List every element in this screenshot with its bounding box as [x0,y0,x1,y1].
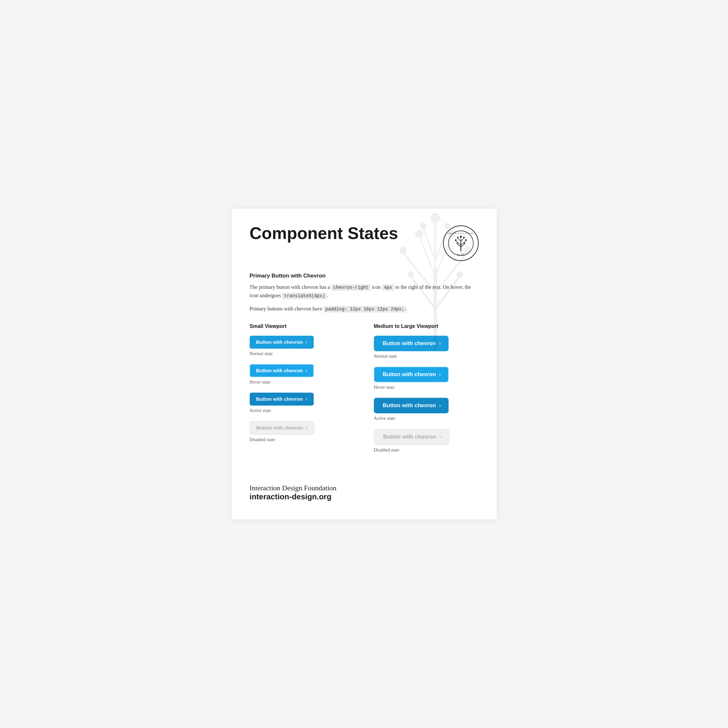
code-4px: 4px [382,284,394,291]
large-normal-button[interactable]: Button with chevron › [374,336,449,351]
small-normal-button[interactable]: Button with chevron › [250,336,314,349]
footer: Interaction Design Foundation interactio… [250,477,479,501]
chevron-right-icon: › [306,396,307,402]
large-hover-button[interactable]: Button with chevron › [374,367,449,382]
large-normal-label: Button with chevron [383,340,436,347]
svg-point-8 [430,213,440,223]
large-viewport-title: Medium to Large Viewport [374,323,479,329]
small-normal-state-label: Normal state [250,351,355,356]
small-normal-group: Button with chevron › Normal state [250,336,355,356]
large-normal-state-label: Normal state [374,354,479,359]
svg-line-27 [461,238,464,242]
chevron-right-icon: › [439,403,441,408]
desc1-before: The primary button with chevron has a [250,284,332,290]
header: Component States [250,224,479,261]
small-hover-button[interactable]: Button with chevron › [250,364,314,377]
small-hover-state-label: Hover state [250,380,355,385]
large-viewport-col: Medium to Large Viewport Button with che… [374,323,479,460]
chevron-right-icon: › [439,341,441,346]
svg-text:INTERACTION DESIGN FOUNDATION: INTERACTION DESIGN FOUNDATION [448,232,474,234]
page-title: Component States [250,224,398,243]
main-card: Component States [232,209,497,519]
chevron-right-icon: › [306,425,307,431]
small-disabled-group: Button with chevron › Disabled state [250,421,355,442]
small-disabled-label: Button with chevron [257,425,303,430]
description-2: Primary buttons with chevron have paddin… [250,305,479,313]
large-disabled-button: Button with chevron › [374,429,450,445]
svg-point-34 [464,243,465,244]
logo-svg: Est. 2002 INTERACTION DESIGN FOUNDATION [448,230,474,256]
chevron-right-icon: › [439,434,441,440]
button-demos: Small Viewport Button with chevron › Nor… [250,323,479,460]
large-hover-label: Button with chevron [383,371,436,378]
large-disabled-state-label: Disabled state [374,448,479,453]
small-hover-label: Button with chevron [256,368,303,373]
footer-url: interaction-design.org [250,492,479,501]
desc1-end: . [327,293,328,298]
large-active-group: Button with chevron › Active state [374,398,479,421]
large-active-button[interactable]: Button with chevron › [374,398,449,413]
code-translatex: translateX(4px) [282,293,327,299]
small-active-label: Button with chevron [256,396,303,402]
svg-line-26 [457,238,461,242]
small-active-group: Button with chevron › Active state [250,393,355,413]
large-normal-group: Button with chevron › Normal state [374,336,479,359]
chevron-right-icon: › [306,339,307,345]
logo: Est. 2002 INTERACTION DESIGN FOUNDATION [443,225,479,261]
chevron-right-icon: › [306,368,307,373]
code-chevron-right: chevron-right [331,284,370,291]
desc1-mid: icon [371,284,382,290]
small-hover-group: Button with chevron › Hover state [250,364,355,385]
small-viewport-col: Small Viewport Button with chevron › Nor… [250,323,355,460]
svg-point-28 [460,236,462,238]
svg-line-21 [457,244,460,247]
chevron-right-icon: › [439,372,441,378]
large-active-label: Button with chevron [383,402,436,409]
large-disabled-label: Button with chevron [383,434,436,440]
svg-point-32 [465,239,467,241]
desc2-end: . [406,306,407,312]
svg-point-29 [457,237,459,239]
svg-point-33 [456,243,457,244]
description-1: The primary button with chevron has a ch… [250,283,479,300]
svg-point-31 [455,239,456,241]
large-active-state-label: Active state [374,416,479,421]
svg-line-22 [461,244,464,247]
large-hover-group: Button with chevron › Hover state [374,367,479,390]
large-hover-state-label: Hover state [374,385,479,390]
footer-org: Interaction Design Foundation [250,484,479,492]
small-active-button[interactable]: Button with chevron › [250,393,314,405]
small-viewport-title: Small Viewport [250,323,355,329]
small-disabled-state-label: Disabled state [250,437,355,442]
desc2-before: Primary buttons with chevron have [250,306,324,312]
svg-point-30 [463,237,465,239]
code-padding: padding: 12px 16px 12px 24px; [323,306,406,312]
small-active-state-label: Active state [250,408,355,413]
section-title: Primary Button with Chevron [250,273,479,279]
svg-text:Est. 2002: Est. 2002 [457,253,465,255]
small-normal-label: Button with chevron [256,339,303,345]
small-disabled-button: Button with chevron › [250,421,314,435]
large-disabled-group: Button with chevron › Disabled state [374,429,479,453]
